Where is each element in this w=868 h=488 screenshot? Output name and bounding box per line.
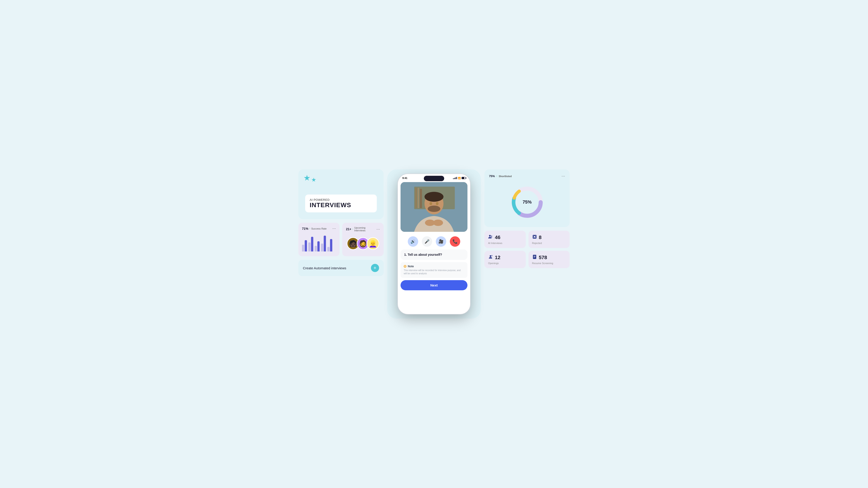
right-column: 75% ↑ Shortlisted ⋯ 75% [485,169,569,319]
plus-icon: + [373,265,376,271]
donut-chart-container: 75% [489,182,565,223]
bar-active [311,237,313,252]
create-label: Create Automated interviews [303,266,346,270]
bar-active [324,236,326,252]
shortlist-menu-icon[interactable]: ⋯ [561,174,565,178]
rejected-label: Rejected [532,242,566,245]
stats-row: 71% ↑ Success Rate ⋯ [298,223,383,256]
end-call-button[interactable]: 📞 [450,236,460,247]
ai-interviews-value: 46 [495,234,500,240]
shortlist-percentage: 75% ↑ Shortlisted [489,174,512,178]
success-value: 71% [302,227,308,230]
resume-value: 578 [539,255,547,260]
star-icon-small [311,177,316,182]
bar-active [317,241,320,252]
question-text: 1. Tell us about yourself? [404,253,442,256]
time-display: 9:41 [402,177,407,180]
success-rate-card: 71% ↑ Success Rate ⋯ [298,223,340,256]
note-text: This interview will be recorded for inte… [404,269,464,275]
resume-screening-card: 578 Resume Screening [528,251,569,268]
volume-button[interactable]: 🔊 [408,236,418,247]
create-interviews-card[interactable]: Create Automated interviews + [298,260,383,276]
shortlist-pct-value: 75% [489,174,495,178]
video-button[interactable]: 🎥 [436,236,446,247]
svg-point-18 [491,236,492,237]
signal-icons: 📶 [453,177,466,180]
note-header: Note [404,265,464,268]
phone-device: 9:41 📶 [398,174,470,314]
bar-group-3 [315,241,320,252]
bar-chart [302,233,336,252]
upcoming-value: 21+ [346,227,351,231]
resume-label: Resume Screening [532,262,566,265]
upcoming-arrow: ↑ [352,228,353,230]
video-frame [401,182,467,232]
phone-wrapper: 9:41 📶 [387,169,481,319]
rejected-value: 8 [539,234,541,240]
bar-group-4 [321,236,326,252]
question-bubble: 1. Tell us about yourself? [401,250,467,260]
signal-bar-2 [454,178,455,179]
star-icon [304,175,310,181]
note-section: Note This interview will be recorded for… [401,262,467,278]
ai-interviews-card: 46 AI Interviews [485,231,526,248]
resume-icon [532,254,537,260]
bar [302,245,304,252]
rejected-header: 8 [532,234,566,240]
success-header: 71% ↑ Success Rate ⋯ [302,226,336,231]
next-button[interactable]: Next [401,280,467,290]
svg-text:75%: 75% [523,199,532,204]
bar [315,246,317,252]
signal-bar-3 [455,177,456,179]
shortlist-label: Shortlisted [499,175,512,177]
rejected-icon [532,234,537,240]
openings-header: + 12 [488,254,522,260]
battery-icon [462,177,466,179]
stars-decoration [304,175,316,182]
svg-point-17 [489,235,491,236]
shortlist-header: 75% ↑ Shortlisted ⋯ [489,174,565,178]
mic-button[interactable]: 🎤 [422,236,432,247]
metrics-grid: 46 AI Interviews 8 Rejected [485,231,569,268]
bar-active [330,239,332,252]
bar-group-1 [302,240,307,252]
svg-point-8 [436,202,438,205]
bar [327,247,330,252]
avatar-3: 👱‍♀️ [367,237,379,250]
note-dot-icon [404,265,406,268]
svg-point-9 [428,205,440,212]
video-placeholder [401,182,467,232]
hero-card: AI POWERED INTERVIEWS [298,169,383,219]
shortlist-card: 75% ↑ Shortlisted ⋯ 75% [485,169,569,227]
center-column: 9:41 📶 [387,169,481,319]
openings-label: Openings [488,262,522,265]
svg-point-6 [425,192,443,202]
hero-text-card: AI POWERED INTERVIEWS [305,195,377,213]
upcoming-header: 21+ ↑ Upcoming Interviews ⋯ [346,226,380,232]
signal-bar-4 [456,177,457,179]
ai-interviews-icon [488,234,493,240]
svg-rect-4 [420,189,422,208]
left-column: AI POWERED INTERVIEWS 71% ↑ Success Rate… [298,169,383,319]
success-menu-icon[interactable]: ⋯ [332,226,336,231]
avatars-container: 🧑🏿 🧔 👱‍♀️ [346,234,380,253]
note-title: Note [408,265,414,268]
call-controls: 🔊 🎤 🎥 📞 [398,234,470,250]
note-inner-dot [405,266,405,267]
plus-button[interactable]: + [371,264,379,272]
ai-interviews-label: AI Interviews [488,242,522,245]
svg-point-7 [430,202,432,205]
interviews-title: INTERVIEWS [310,201,372,209]
ai-powered-label: AI POWERED [310,198,372,201]
phone-notch [424,176,444,181]
ai-interviews-header: 46 [488,234,522,240]
bar [308,242,311,252]
wifi-icon: 📶 [458,177,461,180]
svg-rect-3 [418,188,419,208]
upcoming-menu-icon[interactable]: ⋯ [376,227,380,231]
upcoming-text: Upcoming Interviews [354,226,376,232]
upcoming-card: 21+ ↑ Upcoming Interviews ⋯ 🧑🏿 🧔 👱‍♀️ [342,223,383,256]
success-arrow: ↑ [309,227,310,230]
bar-group-2 [308,237,313,252]
openings-value: 12 [495,255,500,260]
